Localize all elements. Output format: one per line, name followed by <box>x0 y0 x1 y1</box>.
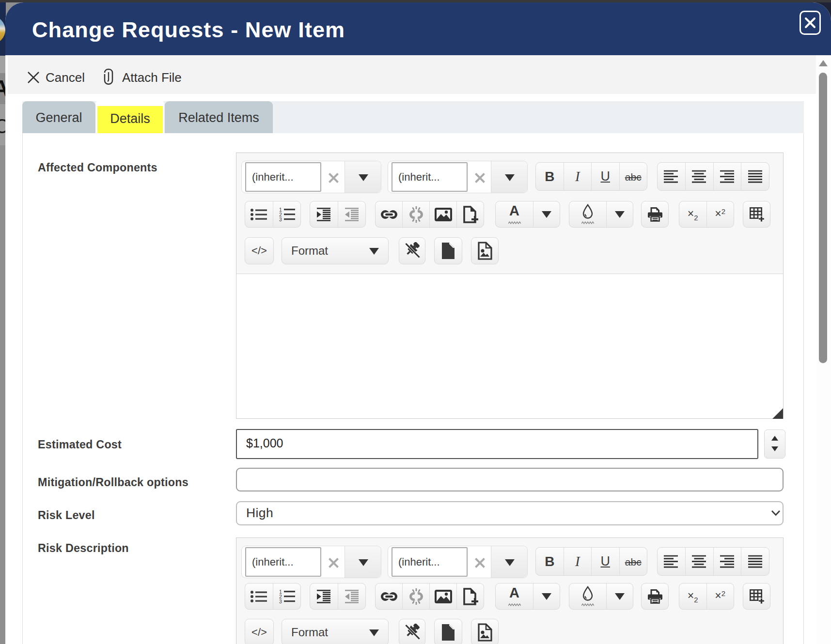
svg-text:3: 3 <box>279 598 282 604</box>
svg-text:3: 3 <box>279 216 282 222</box>
